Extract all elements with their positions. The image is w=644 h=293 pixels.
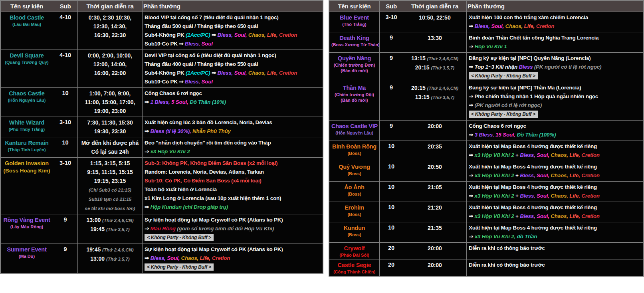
time-cell: 20:00 [403, 259, 467, 277]
event-name-cell: White Wizard(Phù Thủy Trắng) [0, 117, 53, 137]
text-segment: Sub10-Có PK ⇒ [145, 79, 185, 85]
event-title: Castle Segie [331, 261, 377, 269]
table-row: Erohim(Boss)1021:20Xuất hiện tại Map Bos… [329, 202, 644, 222]
reward-cretion: Cretion [580, 193, 600, 199]
reward-line: Diễn ra khi có thông báo trước [469, 244, 641, 253]
text-segment: Xuất hiện tại Map Boss 4 hướng được thiế… [469, 184, 597, 190]
table-row: Kundun(Boss)1021:35Xuất hiện tại Map Bos… [329, 222, 644, 243]
text-segment: ⇒ [210, 32, 218, 38]
event-name-cell: Blue Event(Thỏ Trắng) [329, 12, 380, 32]
reward-soul: Soul, [166, 255, 180, 261]
time-line: 19:45 (Thứ 3,5,7) [80, 225, 140, 234]
text-segment: Xuất hiện tại Map Boss 4 hướng được thiế… [469, 143, 597, 149]
time-line: 21:35 [405, 224, 464, 232]
reward-line: ⇒ Hộp Kundun (chỉ Drop giáp trụ) [145, 203, 321, 212]
time-line: 13:15 (Thứ 2,4,6,CN) [405, 54, 464, 63]
text-segment: ⇒ [469, 193, 475, 199]
reward-cell: Sự kiện hoạt động tại Map Crywolf có PK … [143, 244, 323, 274]
text-segment: Cổng Chaos 6 rơi ngọc [145, 90, 202, 96]
reward-line: Đăng ký sự kiện tại [NPC] Thần Ma (Loren… [469, 83, 641, 92]
text-segment: 21:05 [428, 184, 442, 190]
reward-line: Tháng đầu 400 quái / Tháng tiếp theo 550… [145, 60, 321, 69]
column-header: Phần thưởng [143, 0, 323, 12]
event-subtitle: (Lâu Đài Máu) [3, 22, 51, 27]
reward-bless: Bless, [185, 79, 200, 85]
time-cell: 21:35 [403, 222, 467, 243]
text-segment: ⇒ [469, 172, 475, 178]
event-title: Devil Square [3, 51, 51, 59]
time-cell: 10:50, 22:50 [403, 12, 467, 32]
reward-line: Random: Lorencia, Noria, Devias, Atlans,… [145, 168, 321, 176]
reward-do-than: Đồ Thần (100%) [515, 132, 556, 138]
reward-line: Đăng ký sự kiện tại [NPC] Quyền Năng (Lo… [469, 54, 641, 63]
time-line: sẽ tắt khi mở boss lớn) [80, 204, 140, 213]
text-segment: 12:30, 14:30, [93, 23, 127, 30]
table-row: Ảo Ảnh(Boss)1021:05Xuất hiện tại Map Bos… [329, 182, 644, 202]
sub-value: 10 [55, 89, 75, 97]
event-title: Kanturu Remain [3, 139, 51, 147]
table-body: Blood Castle(Lâu Đài Máu)4-100:30, 2:30 … [0, 12, 323, 274]
text-segment: 0:00, 2:00, 10:00, [88, 52, 132, 59]
reward-nhan-phu-thuy: Nhẫn Phù Thủy [191, 128, 231, 134]
reward-line: ⇒ Bless, Soul, Chaos, Life, Cretion [145, 254, 321, 263]
reward-bless: Bless, [520, 172, 535, 178]
text-segment: 21:35 [428, 225, 442, 231]
time-line: 0:30, 2:30 10:30, [80, 13, 140, 22]
reward-hop-vu-khi-2: x3 Hộp Vũ Khí 2, [475, 234, 517, 240]
text-segment: 16:00, 22:00 [94, 70, 126, 76]
reward-bless: 1 Bless, [151, 99, 170, 105]
note-1acc-pc: (1Acc/PC) [186, 70, 210, 76]
time-cell: 20:00 [403, 243, 467, 259]
text-segment: Sub10 tạm có 21:15 [89, 197, 131, 202]
event-subtitle: (Boss) [331, 171, 377, 176]
time-cell: 1:00, 7:00, 9:00,11:00, 15:00, 17:00,19:… [78, 88, 143, 117]
event-subtitle: (Boss Hoàng Kim) [3, 167, 51, 174]
no-party-badge: < Không Party - Không Buff > [145, 263, 214, 271]
event-subtitle: (Chiến trường Đội) [331, 92, 377, 97]
text-segment: 11:00, 15:00, 17:00, [85, 99, 135, 105]
reward-line: Xuất hiện tại Map Boss 4 hướng được thiế… [469, 224, 641, 232]
text-segment: 0:30, 2:30 10:30, [89, 14, 131, 21]
reward-line: ⇒ x3 Hộp Vũ Khí 2 + Bless, Soul, Chaos, … [469, 171, 641, 180]
table-row: Devil Square(Quảng Trường Quỷ)4-100:00, … [0, 50, 323, 88]
text-segment: Xuất hiện tại Map Boss 4 hướng được thiế… [469, 204, 597, 210]
reward-line: ⇒ 1 Bless, 5 Soul, Đồ Thần (10%) [145, 98, 321, 107]
event-name-cell: Thần Ma(Chiến trường Đội)(Bản đồ mới) [329, 82, 380, 121]
reward-line: Sub10-Có PK ⇒ Bless, Soul [145, 77, 321, 86]
reward-bless: 3 Bless, [475, 132, 494, 138]
text-segment: 20:00 [428, 245, 442, 251]
reward-line: Xuất hiện cùng lúc 3 bản đồ Lorencia, No… [145, 118, 321, 127]
reward-line: ⇒ x3 Hộp Vũ Khí 2 + Bless, Soul, Chaos, … [469, 151, 641, 160]
reward-cell: Diễn ra khi có thông báo trước [467, 243, 644, 259]
time-line: 20:35 [405, 142, 464, 151]
time-cell: 0:00, 2:00, 10:00,12:00, 14:00,16:00, 22… [78, 50, 143, 88]
text-segment: (gom số lượng bình để đổi Hộp Vũ Khí) [176, 226, 274, 232]
text-segment: Blood VIP tại cổng số 7 (tiêu diệt đủ qu… [145, 14, 279, 20]
time-line: 13:00 (Thứ 2,4,6,CN) [80, 216, 140, 225]
reward-line: < Không Party - Không Buff > [469, 110, 641, 119]
event-title: Blue Event [331, 13, 377, 22]
sub-value: 20 [382, 261, 401, 269]
text-segment: ⇒ [145, 226, 151, 232]
time-line: 21:05 [405, 183, 464, 192]
reward-chaos: Chaos, [180, 255, 198, 261]
sub-value: 9 [55, 245, 75, 253]
reward-cell: Xuất hiện 100 con thỏ trắng xâm chiếm Lo… [467, 12, 644, 32]
event-title: Thần Ma [331, 83, 377, 92]
time-line: 0:00, 2:00, 10:00, [80, 51, 140, 60]
text-segment: 20:35 [428, 143, 442, 150]
text-segment: (Thứ 2,4,6,CN) [102, 247, 134, 252]
reward-cretion: Cretion [580, 172, 600, 178]
reward-soul: Soul, [535, 193, 549, 199]
time-cell: 21:05 [403, 182, 467, 202]
column-header: Phần thưởng [467, 0, 644, 12]
reward-cretion: Cretion [580, 152, 600, 158]
reward-line: Sự kiện hoạt động tại Map Crywolf có PK … [145, 216, 321, 224]
event-subtitle: (Chiến trường Đơn) [331, 62, 377, 68]
reward-bless: Bless, [185, 41, 200, 47]
event-name-cell: Death King(Boss Xương Tử Thần) [329, 32, 380, 53]
reward-soul: Soul, [535, 213, 549, 219]
reward-bless: Bless [519, 64, 533, 70]
event-subtitle: (Boss) [331, 150, 377, 156]
reward-hop-vu-khi-1: Hộp Vũ Khí 1 [475, 44, 507, 49]
